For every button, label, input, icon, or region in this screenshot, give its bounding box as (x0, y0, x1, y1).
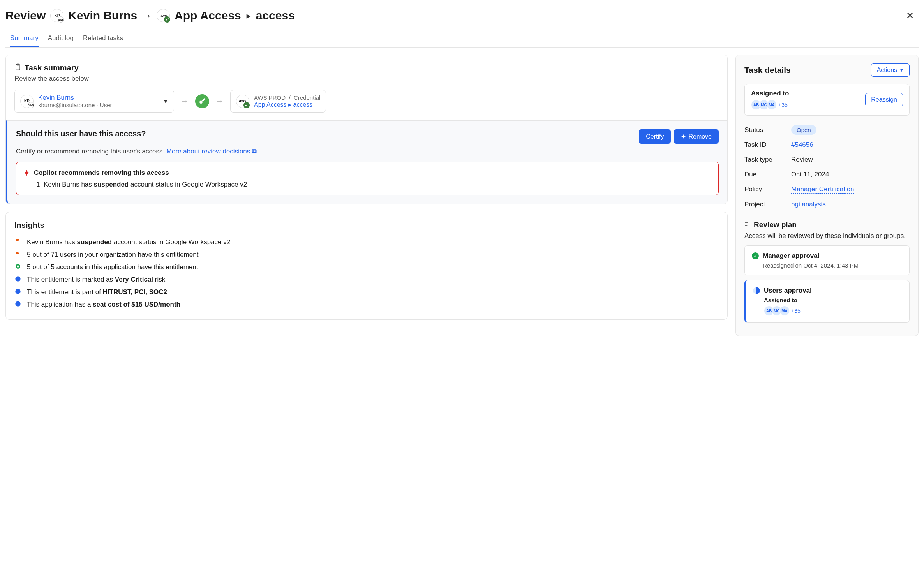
caret-right-icon: ▸ (247, 11, 250, 20)
decision-help-link[interactable]: More about review decisions ⧉ (166, 148, 257, 155)
circle-green-icon (14, 263, 21, 270)
svg-point-0 (166, 19, 167, 20)
plan-assigned-label: Assigned to (764, 297, 902, 303)
flow-user-card[interactable]: KP aws Kevin Burns kburns@insulator.one … (14, 90, 174, 113)
flow-target-env: AWS PROD / Credential (254, 94, 320, 101)
copilot-title-text: Copilot recommends removing this access (34, 169, 169, 177)
decision-block: Should this user have this access? Certi… (6, 120, 727, 204)
plan-step-title: Manager approval (763, 252, 820, 260)
due-value: Oct 11, 2024 (791, 171, 829, 178)
assigned-to-box: Assigned to AB MC MA +35 Reassign (744, 84, 910, 116)
avatar-more[interactable]: +35 (778, 102, 788, 108)
app-avatar-icon: aws (236, 95, 249, 108)
avatar-stack[interactable]: AB MC MA +35 (764, 306, 902, 316)
insight-item: Kevin Burns has suspended account status… (14, 236, 719, 248)
header-user-name: Kevin Burns (68, 9, 137, 22)
sparkle-icon: ✦ (681, 133, 686, 140)
status-label: Status (744, 126, 791, 134)
task-summary-card: Task summary Review the access below KP … (5, 55, 728, 204)
project-label: Project (744, 201, 791, 208)
actions-button[interactable]: Actions ▼ (871, 63, 910, 77)
sparkle-icon: ✦ (23, 168, 30, 178)
tasktype-value: Review (791, 156, 813, 164)
flow-access-link[interactable]: access (293, 101, 313, 108)
progress-icon (753, 287, 760, 294)
insights-card: Insights Kevin Burns has suspended accou… (5, 212, 728, 320)
user-avatar-icon: KP aws (20, 95, 34, 108)
flow-app-link[interactable]: App Access (254, 101, 287, 108)
header-access-name: access (256, 9, 295, 22)
decision-subtitle: Certify or recommend removing this user'… (16, 148, 719, 155)
reassign-button[interactable]: Reassign (865, 93, 903, 106)
header-app-name: App Access (175, 9, 241, 22)
external-link-icon: ⧉ (252, 148, 257, 155)
review-label: Review (5, 9, 46, 22)
task-summary-subtitle: Review the access below (14, 75, 719, 83)
chevron-down-icon[interactable]: ▼ (163, 98, 168, 104)
taskid-label: Task ID (744, 141, 791, 149)
flow-user-meta: kburns@insulator.one · User (38, 102, 112, 108)
tab-audit-log[interactable]: Audit log (48, 30, 74, 47)
info-blue-icon: i (14, 276, 21, 282)
plan-step-meta: Reassigned on Oct 4, 2024, 1:43 PM (763, 262, 902, 269)
policy-label: Policy (744, 185, 791, 194)
svg-point-6 (17, 265, 19, 267)
insight-item: iThis entitlement is part of HITRUST, PC… (14, 286, 719, 298)
remove-button[interactable]: ✦ Remove (674, 129, 719, 144)
plan-step-users: Users approval Assigned to AB MC MA +35 (744, 280, 910, 323)
flag-orange-icon (14, 238, 21, 245)
svg-text:i: i (18, 289, 19, 293)
arrow-icon: → (142, 10, 152, 22)
insight-item: 5 out of 5 accounts in this application … (14, 261, 719, 273)
info-blue-icon: i (14, 301, 21, 307)
svg-point-4 (245, 105, 247, 106)
flow-target-links: App Access ▸ access (254, 101, 320, 108)
tab-related-tasks[interactable]: Related tasks (83, 30, 123, 47)
insight-item: 5 out of 71 users in your organization h… (14, 248, 719, 261)
check-icon: ✓ (752, 252, 759, 259)
avatar-more[interactable]: +35 (791, 308, 801, 314)
avatar-stack[interactable]: AB MC MA +35 (751, 100, 789, 110)
insight-item: iThis application has a seat cost of $15… (14, 298, 719, 311)
arrow-icon: → (180, 96, 189, 106)
copilot-recommendation: ✦ Copilot recommends removing this acces… (16, 162, 719, 195)
flow-target-card: aws AWS PROD / Credential App Access ▸ a… (230, 90, 326, 113)
svg-text:i: i (18, 302, 19, 306)
taskid-link[interactable]: #54656 (791, 141, 813, 149)
clipboard-icon (14, 63, 21, 72)
flag-orange-icon (14, 251, 21, 257)
svg-text:i: i (18, 277, 19, 281)
app-avatar-icon: aws (157, 9, 170, 22)
task-details-panel: Task details Actions ▼ Assigned to AB MC… (735, 55, 919, 336)
assigned-to-label: Assigned to (751, 90, 789, 97)
tabs: Summary Audit log Related tasks (5, 30, 919, 48)
insight-item: iThis entitlement is marked as Very Crit… (14, 273, 719, 286)
chevron-down-icon: ▼ (899, 68, 904, 72)
decision-title: Should this user have this access? (16, 129, 146, 138)
avatar: MA (767, 100, 777, 110)
task-summary-title: Task summary (25, 63, 79, 72)
review-plan-title: Review plan (754, 220, 797, 229)
key-icon (195, 94, 209, 108)
close-icon[interactable]: ✕ (901, 9, 919, 23)
list-icon (744, 220, 751, 229)
avatar: MA (779, 306, 790, 316)
plan-step-manager: ✓ Manager approval Reassigned on Oct 4, … (744, 245, 910, 275)
due-label: Due (744, 171, 791, 178)
flow-user-name[interactable]: Kevin Burns (38, 94, 112, 102)
user-avatar-icon: KP aws (50, 9, 63, 22)
arrow-icon: → (215, 96, 224, 106)
review-plan-subtitle: Access will be reviewed by these individ… (744, 232, 910, 240)
info-blue-icon: i (14, 288, 21, 294)
project-link[interactable]: bgi analysis (791, 201, 826, 208)
status-badge: Open (791, 125, 816, 135)
plan-step-title: Users approval (764, 287, 812, 294)
tab-summary[interactable]: Summary (10, 30, 39, 47)
insights-title: Insights (14, 221, 719, 230)
copilot-reason: Kevin Burns has suspended account status… (44, 181, 711, 189)
certify-button[interactable]: Certify (639, 129, 671, 144)
page-title: Review KP aws Kevin Burns → aws App Acce… (5, 9, 295, 22)
task-details-title: Task details (744, 65, 791, 75)
policy-link[interactable]: Manager Certification (791, 185, 854, 194)
tasktype-label: Task type (744, 156, 791, 164)
